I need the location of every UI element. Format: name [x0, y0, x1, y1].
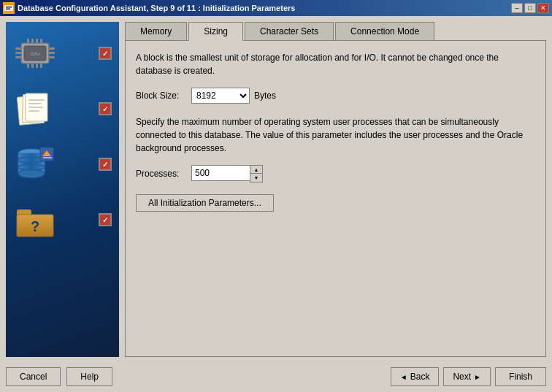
svg-rect-10 — [49, 56, 55, 58]
bottom-left-buttons: Cancel Help — [6, 367, 112, 386]
spin-down-button[interactable]: ▼ — [250, 174, 262, 182]
barrel-icon — [13, 146, 57, 182]
svg-rect-26 — [28, 110, 39, 112]
back-button[interactable]: ◄ Back — [391, 367, 440, 386]
svg-rect-0 — [4, 5, 13, 11]
back-label: Back — [410, 372, 430, 382]
svg-rect-2 — [6, 9, 10, 10]
chip-icon: CPU — [13, 35, 57, 72]
content-area: CPU ✓ — [6, 22, 546, 357]
svg-rect-13 — [36, 39, 38, 43]
svg-rect-7 — [15, 56, 21, 58]
svg-rect-24 — [28, 103, 42, 104]
all-init-params-button[interactable]: All Initialization Parameters... — [136, 194, 274, 212]
tabs-row: Memory Sizing Character Sets Connection … — [125, 22, 546, 40]
main-window: CPU ✓ — [0, 16, 552, 392]
svg-rect-15 — [27, 64, 29, 68]
svg-rect-18 — [40, 64, 42, 68]
svg-rect-12 — [31, 39, 34, 43]
svg-rect-11 — [27, 39, 29, 43]
app-icon — [3, 2, 15, 14]
process-description: Specify the maximum number of operating … — [136, 115, 535, 155]
svg-rect-9 — [49, 52, 55, 54]
block-size-select[interactable]: 8192 4096 16384 32768 — [191, 88, 250, 104]
minimize-button[interactable]: – — [511, 3, 523, 13]
init-params-bar: All Initialization Parameters... — [136, 194, 535, 212]
title-bar: Database Configuration Assistant, Step 9… — [0, 0, 552, 16]
svg-text:?: ? — [30, 218, 39, 234]
sidebar-checkbox-4: ✓ — [99, 213, 112, 226]
folder-icon: ? — [13, 201, 57, 238]
svg-rect-1 — [6, 7, 12, 8]
next-button[interactable]: Next ► — [443, 367, 491, 386]
sidebar-item-1: CPU ✓ — [6, 29, 119, 77]
processes-row: Processes: ▲ ▼ — [136, 165, 535, 182]
panel-content: A block is the smallest unit of storage … — [125, 40, 546, 357]
help-button[interactable]: Help — [66, 367, 112, 386]
svg-rect-23 — [28, 99, 45, 101]
spin-buttons: ▲ ▼ — [250, 165, 263, 182]
window-controls: – □ ✕ — [511, 3, 549, 13]
window-title: Database Configuration Assistant, Step 9… — [18, 4, 295, 12]
bottom-right-buttons: ◄ Back Next ► Finish — [391, 367, 546, 386]
maximize-button[interactable]: □ — [524, 3, 536, 13]
block-size-unit: Bytes — [254, 91, 276, 101]
block-size-label: Block Size: — [136, 91, 187, 101]
block-size-row: Block Size: 8192 4096 16384 32768 Bytes — [136, 88, 535, 104]
processes-spinner: ▲ ▼ — [191, 165, 263, 182]
processes-input[interactable] — [191, 165, 250, 181]
sidebar-checkbox-2: ✓ — [99, 102, 112, 115]
documents-icon — [13, 91, 57, 127]
sidebar: CPU ✓ — [6, 22, 119, 357]
close-button[interactable]: ✕ — [537, 3, 549, 13]
spin-up-button[interactable]: ▲ — [250, 166, 262, 174]
finish-button[interactable]: Finish — [495, 367, 546, 386]
svg-rect-14 — [40, 39, 42, 43]
svg-text:CPU: CPU — [31, 52, 40, 56]
back-arrow-icon: ◄ — [400, 373, 407, 381]
svg-rect-8 — [49, 47, 55, 50]
cancel-button[interactable]: Cancel — [6, 367, 61, 386]
bottom-bar: Cancel Help ◄ Back Next ► Finish — [6, 363, 546, 386]
sidebar-item-4: ? ✓ — [6, 196, 119, 244]
tab-connection[interactable]: Connection Mode — [335, 22, 434, 40]
next-arrow-icon: ► — [474, 373, 481, 381]
tab-sizing[interactable]: Sizing — [188, 22, 243, 41]
svg-rect-16 — [31, 64, 34, 68]
sidebar-checkbox-1: ✓ — [99, 47, 112, 60]
sidebar-item-3: ✓ — [6, 140, 119, 188]
next-label: Next — [453, 372, 471, 382]
svg-rect-25 — [28, 107, 43, 108]
right-panel: Memory Sizing Character Sets Connection … — [125, 22, 546, 357]
svg-rect-5 — [15, 47, 21, 50]
processes-label: Processes: — [136, 169, 187, 179]
svg-rect-6 — [15, 52, 21, 54]
sidebar-items: CPU ✓ — [6, 22, 119, 357]
svg-rect-17 — [36, 64, 38, 68]
sidebar-item-2: ✓ — [6, 85, 119, 133]
sidebar-checkbox-3: ✓ — [99, 158, 112, 171]
tab-charset[interactable]: Character Sets — [245, 22, 334, 40]
block-description: A block is the smallest unit of storage … — [136, 51, 535, 77]
tab-memory[interactable]: Memory — [125, 22, 187, 40]
